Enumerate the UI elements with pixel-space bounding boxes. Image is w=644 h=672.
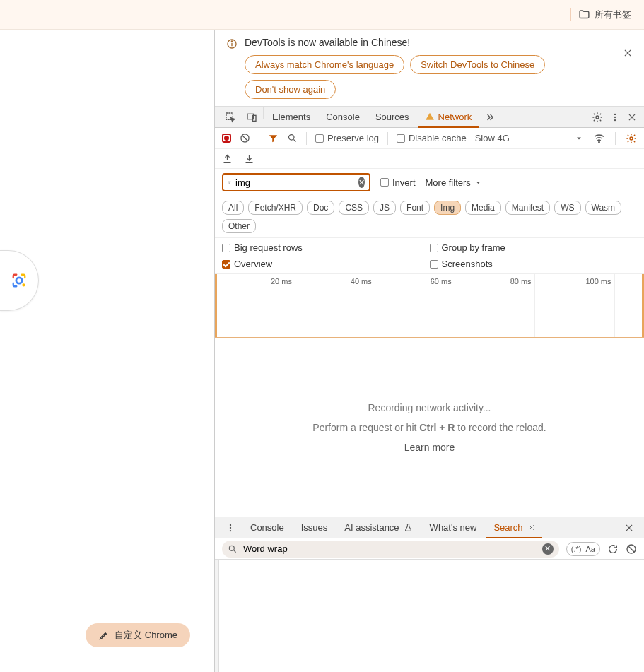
wifi-icon bbox=[593, 132, 605, 144]
export-har-button[interactable] bbox=[222, 153, 233, 164]
tab-elements[interactable]: Elements bbox=[265, 107, 317, 127]
warning-icon bbox=[425, 112, 435, 122]
chip-manifest[interactable]: Manifest bbox=[505, 201, 550, 215]
group-frame-label: Group by frame bbox=[442, 242, 505, 253]
preserve-log-checkbox[interactable]: Preserve log bbox=[315, 133, 379, 143]
inspect-element-button[interactable] bbox=[221, 107, 240, 127]
all-bookmarks-button[interactable]: 所有书签 bbox=[578, 8, 631, 21]
flask-icon bbox=[404, 523, 413, 532]
drawer-search-input[interactable]: ✕ bbox=[222, 541, 559, 558]
refresh-search-button[interactable] bbox=[607, 543, 619, 555]
close-icon bbox=[627, 112, 637, 122]
toolbar-right bbox=[575, 132, 637, 145]
chip-css[interactable]: CSS bbox=[339, 201, 369, 215]
throttling-label: Slow 4G bbox=[475, 133, 510, 143]
chip-doc[interactable]: Doc bbox=[307, 201, 334, 215]
separator bbox=[615, 132, 616, 145]
tab-console[interactable]: Console bbox=[319, 107, 367, 127]
svg-point-1 bbox=[22, 283, 25, 286]
chip-ws[interactable]: WS bbox=[554, 201, 580, 215]
network-empty-state: Recording network activity... Perform a … bbox=[215, 338, 644, 517]
separator bbox=[387, 132, 388, 145]
view-options: Big request rows Overview Group by frame… bbox=[215, 238, 644, 274]
download-icon bbox=[244, 153, 254, 164]
dont-show-again-button[interactable]: Don't show again bbox=[245, 80, 336, 99]
disable-cache-checkbox[interactable]: Disable cache bbox=[397, 133, 467, 143]
invert-label: Invert bbox=[392, 177, 416, 188]
gridline bbox=[614, 274, 615, 337]
drawer-close-button[interactable] bbox=[624, 517, 638, 538]
group-by-frame-checkbox[interactable]: Group by frame bbox=[430, 242, 638, 253]
time-label: 40 ms bbox=[351, 277, 375, 285]
import-har-button[interactable] bbox=[244, 153, 254, 164]
drawer-kebab-button[interactable] bbox=[221, 517, 240, 538]
chip-other[interactable]: Other bbox=[222, 219, 256, 233]
regex-icon: (.*) bbox=[571, 545, 582, 553]
learn-more-link[interactable]: Learn more bbox=[404, 442, 455, 453]
customize-chrome-button[interactable]: 自定义 Chrome bbox=[86, 623, 190, 647]
svg-point-9 bbox=[614, 113, 616, 114]
waterfall-marker-start bbox=[215, 274, 217, 337]
close-icon[interactable] bbox=[527, 524, 535, 531]
drawer-search-bar: ✕ (.*) Aa bbox=[215, 538, 644, 560]
filter-text-input[interactable] bbox=[235, 177, 354, 188]
google-lens-button[interactable] bbox=[0, 250, 39, 311]
switch-chinese-button[interactable]: Switch DevTools to Chinese bbox=[410, 55, 545, 74]
chip-wasm[interactable]: Wasm bbox=[585, 201, 622, 215]
big-request-rows-checkbox[interactable]: Big request rows bbox=[222, 242, 430, 253]
chip-media[interactable]: Media bbox=[465, 201, 501, 215]
svg-point-16 bbox=[230, 524, 231, 525]
overview-checkbox[interactable]: Overview bbox=[222, 259, 430, 269]
search-toggle-button[interactable] bbox=[287, 133, 298, 143]
filter-input[interactable]: ✕ bbox=[222, 173, 370, 191]
ban-icon bbox=[626, 543, 637, 555]
always-match-button[interactable]: Always match Chrome's language bbox=[245, 55, 404, 74]
kebab-menu-button[interactable] bbox=[610, 112, 620, 122]
more-tabs-button[interactable] bbox=[480, 107, 500, 127]
device-toolbar-button[interactable] bbox=[242, 107, 262, 127]
drawer-tab-issues[interactable]: Issues bbox=[294, 517, 335, 538]
tab-network[interactable]: Network bbox=[418, 107, 479, 128]
caret-down-icon bbox=[575, 134, 583, 143]
clear-button[interactable] bbox=[240, 133, 250, 143]
throttling-dropdown-button[interactable] bbox=[575, 134, 583, 143]
drawer-tab-console[interactable]: Console bbox=[243, 517, 291, 538]
inspect-icon bbox=[225, 112, 236, 123]
network-conditions-button[interactable] bbox=[593, 132, 605, 144]
chip-fetchxhr[interactable]: Fetch/XHR bbox=[248, 201, 303, 215]
svg-point-0 bbox=[16, 278, 22, 283]
clear-results-button[interactable] bbox=[626, 543, 637, 555]
drawer-tab-whatsnew[interactable]: What's new bbox=[423, 517, 484, 538]
record-button[interactable] bbox=[222, 134, 231, 143]
lens-icon bbox=[11, 273, 27, 288]
settings-button[interactable] bbox=[592, 112, 603, 123]
chip-img[interactable]: Img bbox=[434, 201, 461, 215]
info-icon bbox=[226, 38, 238, 49]
shortcut: Ctrl + R bbox=[419, 422, 455, 433]
clear-search-button[interactable]: ✕ bbox=[542, 543, 554, 555]
search-options-pill[interactable]: (.*) Aa bbox=[566, 542, 600, 556]
more-filters-button[interactable]: More filters bbox=[426, 177, 482, 188]
chip-js[interactable]: JS bbox=[373, 201, 396, 215]
network-settings-button[interactable] bbox=[626, 133, 637, 144]
throttling-select[interactable]: Slow 4G bbox=[475, 133, 510, 143]
drawer-tab-search-label: Search bbox=[493, 522, 522, 533]
drawer-search-text-input[interactable] bbox=[243, 543, 537, 554]
tab-sources[interactable]: Sources bbox=[368, 107, 416, 127]
separator bbox=[570, 8, 571, 21]
filter-toggle-button[interactable] bbox=[268, 133, 279, 143]
chip-all[interactable]: All bbox=[222, 201, 244, 215]
invert-checkbox[interactable]: Invert bbox=[380, 177, 416, 188]
type-filter-chips: All Fetch/XHR Doc CSS JS Font Img Media … bbox=[215, 196, 644, 238]
drawer-tab-ai[interactable]: AI assistance bbox=[337, 517, 419, 538]
clear-filter-button[interactable]: ✕ bbox=[358, 177, 365, 188]
time-label: 60 ms bbox=[431, 277, 455, 285]
waterfall-overview[interactable]: 20 ms 40 ms 60 ms 80 ms 100 ms bbox=[215, 274, 644, 338]
drawer-tab-search[interactable]: Search bbox=[486, 517, 541, 538]
screenshots-checkbox[interactable]: Screenshots bbox=[430, 259, 638, 269]
hint-message: Perform a request or hit Ctrl + R to rec… bbox=[312, 422, 546, 433]
close-devtools-button[interactable] bbox=[627, 112, 637, 122]
infobar-close-button[interactable] bbox=[623, 48, 633, 58]
chip-font[interactable]: Font bbox=[400, 201, 430, 215]
network-toolbar: Preserve log Disable cache Slow 4G bbox=[215, 128, 644, 149]
